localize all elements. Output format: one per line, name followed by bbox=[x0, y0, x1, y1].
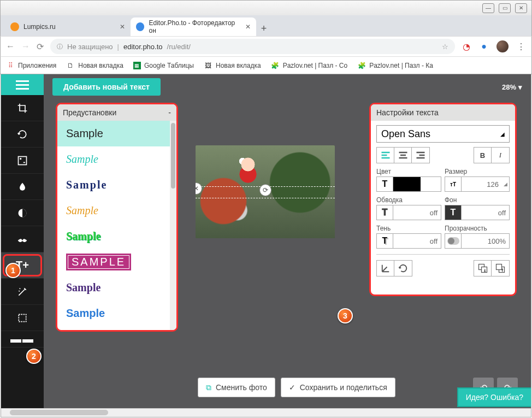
preset-item[interactable]: Sample bbox=[57, 121, 176, 146]
color-swatch[interactable] bbox=[393, 177, 421, 191]
editor-viewport: T+ ▬▬ Добавить новый текст 28%▾ Предуста… bbox=[1, 74, 531, 417]
tool-effects[interactable] bbox=[1, 279, 44, 305]
new-tab-button[interactable]: + bbox=[256, 21, 271, 36]
preset-item[interactable]: SAMPLE bbox=[57, 249, 176, 275]
angle-button[interactable] bbox=[377, 261, 394, 276]
stroke-label: Обводка bbox=[376, 196, 441, 204]
bookmark-label: Новая вкладка bbox=[78, 62, 123, 69]
font-select[interactable]: Open Sans ◢ bbox=[376, 125, 510, 143]
size-value[interactable]: 126 bbox=[462, 180, 502, 189]
extension-icon[interactable]: ● bbox=[479, 42, 489, 51]
preset-item[interactable]: Sample bbox=[57, 301, 176, 326]
collapse-icon[interactable]: - bbox=[168, 108, 171, 117]
bookmark-item[interactable]: 🧩Pazlov.net | Пазл - Ка bbox=[357, 61, 433, 70]
opacity-toggle-icon[interactable] bbox=[445, 234, 462, 248]
font-name: Open Sans bbox=[381, 128, 430, 140]
window-minimize-button[interactable]: — bbox=[482, 3, 494, 13]
tool-rotate[interactable] bbox=[1, 121, 44, 148]
tab-title: Lumpics.ru bbox=[23, 23, 56, 31]
bookmark-item[interactable]: ⠿Приложения bbox=[6, 61, 56, 70]
preset-item[interactable]: Sample bbox=[57, 223, 176, 249]
canvas-image[interactable]: ✕ ⟳ bbox=[196, 145, 335, 238]
stroke-control[interactable]: Toff bbox=[376, 205, 441, 220]
browser-tab-active[interactable]: Editor.Pho.to - Фоторедактор он ✕ bbox=[131, 17, 256, 36]
step-marker-2: 2 bbox=[26, 349, 42, 364]
color-label: Цвет bbox=[376, 168, 441, 175]
save-share-button[interactable]: ✓Сохранить и поделиться bbox=[281, 378, 395, 397]
italic-button[interactable]: I bbox=[492, 148, 509, 163]
svg-rect-4 bbox=[481, 267, 487, 273]
align-left-button[interactable] bbox=[377, 148, 394, 163]
preset-sample: Sample bbox=[66, 179, 107, 191]
menu-icon[interactable]: ⋮ bbox=[516, 42, 526, 51]
browser-address-bar: ← → ⟳ ⓘ Не защищено | editor.pho.to/ru/e… bbox=[0, 36, 532, 57]
dropdown-icon: ◢ bbox=[502, 181, 509, 187]
window-maximize-button[interactable]: ▭ bbox=[499, 3, 511, 13]
align-right-button[interactable] bbox=[412, 148, 429, 163]
tab-close-icon[interactable]: ✕ bbox=[120, 23, 125, 31]
size-control[interactable]: тT126◢ bbox=[445, 176, 510, 192]
text-size-icon: тT bbox=[445, 177, 462, 191]
svg-rect-2 bbox=[19, 314, 26, 321]
layer-up-icon bbox=[495, 263, 506, 274]
reset-button[interactable] bbox=[394, 261, 412, 276]
svg-rect-0 bbox=[19, 156, 27, 164]
color-control[interactable]: T bbox=[376, 176, 441, 192]
nav-reload-button[interactable]: ⟳ bbox=[37, 42, 44, 52]
crop-icon bbox=[17, 103, 28, 114]
scrollbar-thumb[interactable] bbox=[10, 410, 108, 415]
bookmark-item[interactable]: 🗋Новая вкладка bbox=[66, 61, 123, 70]
nav-back-button[interactable]: ← bbox=[6, 42, 15, 51]
tool-frame[interactable] bbox=[1, 305, 44, 331]
sticker-santa[interactable] bbox=[234, 155, 262, 187]
window-close-button[interactable]: ✕ bbox=[515, 3, 527, 13]
scrollbar-thumb[interactable] bbox=[171, 123, 175, 189]
change-photo-button[interactable]: ⧉Сменить фото bbox=[198, 378, 275, 397]
bookmark-item[interactable]: 🖼Новая вкладка bbox=[204, 61, 261, 70]
photo-icon: ⧉ bbox=[206, 383, 211, 392]
bookmark-item[interactable]: ▦Google Таблицы bbox=[133, 62, 194, 69]
shadow-control[interactable]: Toff bbox=[376, 233, 441, 249]
extension-icon[interactable]: ◔ bbox=[462, 42, 471, 51]
preset-item[interactable]: Sample bbox=[57, 172, 176, 198]
text-stroke-icon: T bbox=[377, 205, 393, 220]
url-input[interactable]: ⓘ Не защищено | editor.pho.to/ru/edit/ ☆ bbox=[50, 39, 455, 54]
security-label: Не защищено bbox=[67, 43, 113, 51]
bookmark-item[interactable]: 🧩Pazlov.net | Пазл - Со bbox=[271, 61, 347, 70]
tool-color[interactable] bbox=[1, 174, 44, 200]
tool-crop[interactable] bbox=[1, 95, 44, 121]
profile-avatar[interactable] bbox=[496, 40, 509, 52]
align-center-button[interactable] bbox=[394, 148, 412, 163]
preset-item[interactable]: Sample bbox=[57, 198, 176, 223]
tool-contrast[interactable] bbox=[1, 200, 44, 226]
info-icon: ⓘ bbox=[57, 43, 63, 51]
apps-icon: ⠿ bbox=[6, 61, 15, 70]
bg-control[interactable]: Toff bbox=[445, 205, 510, 220]
drop-icon bbox=[17, 181, 28, 192]
zoom-dropdown[interactable]: 28%▾ bbox=[502, 83, 522, 91]
add-text-button[interactable]: Добавить новый текст bbox=[52, 78, 161, 96]
preset-sample: Sample bbox=[66, 153, 98, 166]
menu-button[interactable] bbox=[1, 74, 44, 95]
layer-down-button[interactable] bbox=[474, 261, 492, 276]
feedback-button[interactable]: Идея? Ошибка? bbox=[457, 387, 531, 407]
change-photo-label: Сменить фото bbox=[216, 383, 267, 392]
presets-scrollbar[interactable] bbox=[170, 121, 176, 330]
presets-header[interactable]: Предустановки - bbox=[57, 104, 176, 121]
opacity-value[interactable]: 100% bbox=[462, 237, 509, 245]
star-icon[interactable]: ☆ bbox=[442, 43, 448, 51]
preset-sample: SAMPLE bbox=[66, 254, 131, 270]
browser-tab[interactable]: Lumpics.ru ✕ bbox=[5, 17, 131, 36]
tool-exposure[interactable] bbox=[1, 148, 44, 174]
tab-close-icon[interactable]: ✕ bbox=[245, 23, 251, 31]
frame-icon bbox=[17, 313, 28, 323]
preset-item[interactable]: Sample bbox=[57, 275, 176, 301]
tool-stickers[interactable] bbox=[1, 226, 44, 252]
nav-forward-button[interactable]: → bbox=[21, 42, 30, 51]
layer-up-button[interactable] bbox=[492, 261, 509, 276]
preset-item[interactable]: Sample bbox=[57, 146, 176, 172]
horizontal-scrollbar[interactable] bbox=[1, 408, 531, 417]
tool-more[interactable]: ▬▬ bbox=[1, 331, 44, 348]
bold-button[interactable]: B bbox=[474, 148, 492, 163]
opacity-control[interactable]: 100% bbox=[445, 233, 510, 249]
